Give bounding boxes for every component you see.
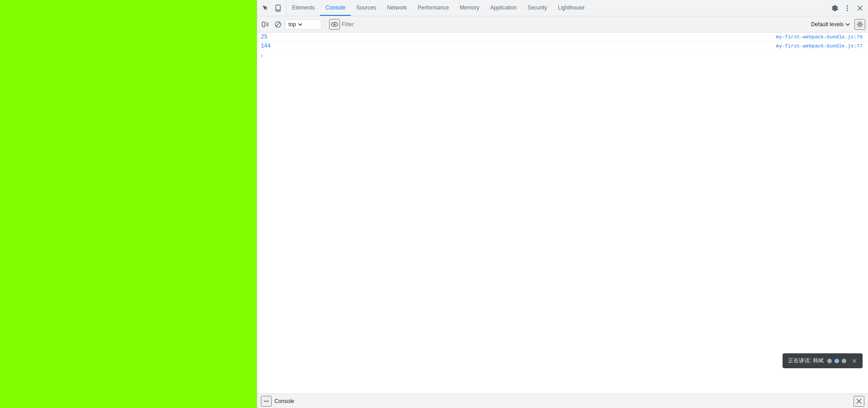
svg-point-16: [266, 400, 267, 402]
svg-rect-6: [262, 22, 265, 27]
prompt-chevron-icon: ›: [261, 52, 263, 59]
speaking-dot-2: [835, 359, 839, 363]
devtools-panel: Elements Console Sources Network Perform…: [257, 0, 868, 408]
tab-network[interactable]: Network: [382, 0, 412, 16]
svg-point-13: [334, 23, 335, 25]
page-background: [0, 0, 257, 408]
devtools-top-toolbar: Elements Console Sources Network Perform…: [257, 0, 868, 16]
clear-console-icon[interactable]: [273, 19, 283, 30]
tab-sources[interactable]: Sources: [351, 0, 382, 16]
toolbar-right-icons: [826, 0, 868, 16]
tab-elements[interactable]: Elements: [287, 0, 320, 16]
inspect-icon[interactable]: [260, 3, 271, 14]
filter-input[interactable]: [342, 19, 807, 29]
log-link-2[interactable]: my-first-webpack-bundle.js:77: [776, 43, 863, 49]
log-value-2: 144: [261, 43, 279, 49]
console-settings-icon[interactable]: [854, 19, 865, 30]
live-expressions-icon[interactable]: [329, 19, 340, 30]
tabs-area: Elements Console Sources Network Perform…: [287, 0, 826, 16]
svg-line-11: [276, 23, 280, 26]
svg-point-14: [859, 23, 861, 25]
svg-point-15: [264, 400, 265, 402]
close-devtools-icon[interactable]: [854, 3, 865, 14]
tab-console[interactable]: Console: [320, 0, 351, 16]
default-levels-button[interactable]: Default levels: [808, 20, 853, 28]
log-value-1: 25: [261, 34, 279, 40]
console-log-row-2: 144 my-first-webpack-bundle.js:77: [257, 42, 868, 51]
speaking-label: 正在讲话: 韩斌: [788, 357, 824, 365]
tab-performance[interactable]: Performance: [412, 0, 454, 16]
log-link-1[interactable]: my-first-webpack-bundle.js:76: [776, 34, 863, 40]
tab-memory[interactable]: Memory: [454, 0, 485, 16]
settings-icon[interactable]: [829, 3, 840, 14]
console-toolbar: top Default levels: [257, 16, 868, 33]
bottom-bar-close-icon[interactable]: [854, 396, 864, 407]
tab-security[interactable]: Security: [522, 0, 552, 16]
svg-point-4: [847, 7, 848, 9]
console-content: 25 my-first-webpack-bundle.js:76 144 my-…: [257, 33, 868, 394]
toolbar-divider: [325, 20, 326, 29]
bottom-bar: Console: [257, 394, 868, 408]
svg-point-5: [847, 9, 848, 11]
bottom-bar-label: Console: [274, 398, 294, 404]
context-selector[interactable]: top: [285, 19, 321, 29]
speaking-dot-3: [842, 359, 846, 363]
toolbar-left-icons: [257, 0, 287, 16]
device-mode-icon[interactable]: [273, 3, 283, 14]
speaking-popup: 正在讲话: 韩斌 ✕: [783, 353, 863, 368]
bottom-bar-menu-icon[interactable]: [261, 396, 272, 407]
tab-application[interactable]: Application: [485, 0, 522, 16]
speaking-controls: [827, 359, 846, 363]
console-log-row-1: 25 my-first-webpack-bundle.js:76: [257, 33, 868, 42]
svg-point-17: [268, 400, 269, 402]
tab-lighthouse[interactable]: Lighthouse: [552, 0, 590, 16]
speaking-dot-1: [827, 359, 832, 363]
speaking-close-icon[interactable]: ✕: [852, 357, 857, 365]
more-options-icon[interactable]: [842, 3, 853, 14]
sidebar-toggle-icon[interactable]: [260, 19, 271, 30]
svg-point-2: [278, 10, 278, 10]
console-prompt-row[interactable]: ›: [257, 51, 868, 61]
svg-point-3: [847, 5, 848, 6]
